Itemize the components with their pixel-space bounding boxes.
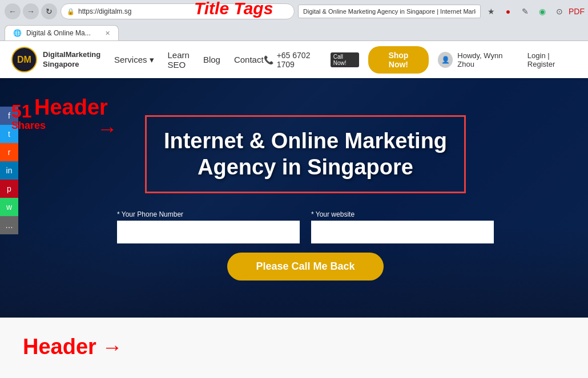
phone-area: 📞 +65 6702 1709 Call Now! [264, 51, 359, 69]
shop-now-button[interactable]: Shop Now! [368, 46, 429, 74]
site-navigation: DM DigitalMarketing Singapore Services ▾… [0, 41, 588, 78]
website-content: DM DigitalMarketing Singapore Services ▾… [0, 41, 588, 378]
nav-learn-seo[interactable]: Learn SEO [168, 50, 190, 70]
header-annotation-text: Header [34, 95, 108, 119]
refresh-button[interactable]: ↻ [41, 3, 57, 19]
nav-links: Services ▾ Learn SEO Blog Contact [114, 50, 264, 70]
logo-icon: DM [11, 47, 37, 72]
tab-label: Digital & Online Ma... [26, 29, 91, 37]
website-form-group: * Your website [311, 210, 494, 243]
annotation-arrow-2: → [102, 335, 123, 359]
whatsapp-share-button[interactable]: w [0, 198, 18, 216]
chevron-down-icon: ▾ [150, 55, 154, 65]
call-now-badge[interactable]: Call Now! [331, 52, 359, 67]
avatar: 👤 [438, 52, 453, 68]
back-button[interactable]: ← [5, 3, 21, 19]
header-annotation-2: Header → [23, 335, 123, 359]
website-input[interactable] [311, 221, 494, 243]
user-greeting: Howdy, Wynn Zhou [457, 51, 518, 68]
logo-area: DM DigitalMarketing Singapore [11, 47, 103, 72]
tab-close-button[interactable]: ✕ [105, 30, 110, 37]
phone-form-group: * Your Phone Number [117, 210, 300, 243]
phone-number-input[interactable] [117, 221, 300, 243]
hero-title: Internet & Online Marketing Agency in Si… [164, 128, 447, 180]
cta-button[interactable]: Please Call Me Back [227, 253, 383, 281]
title-tag-input[interactable] [298, 5, 481, 18]
user-area: 👤 Howdy, Wynn Zhou Login | Register [438, 51, 577, 68]
phone-input-label: * Your Phone Number [117, 210, 300, 218]
shield-icon[interactable]: ◉ [535, 5, 549, 18]
shares-label: Shares [11, 120, 46, 132]
shares-count: 51 [11, 101, 32, 122]
more-share-button[interactable]: … [0, 216, 18, 234]
website-input-label: * Your website [311, 210, 494, 218]
hero-section: f t r in p w … 51 Shares Header → Intern… [0, 78, 588, 318]
header-annotation-2-text: Header [23, 335, 96, 359]
hero-title-box: Internet & Online Marketing Agency in Si… [145, 115, 466, 193]
opera-icon[interactable]: ● [501, 5, 515, 18]
lock-icon: 🔒 [67, 8, 75, 15]
camera-icon[interactable]: ⊙ [553, 5, 566, 18]
pinterest-share-button[interactable]: p [0, 180, 18, 198]
reddit-share-button[interactable]: r [0, 143, 18, 161]
star-icon[interactable]: ★ [484, 5, 498, 18]
browser-tab[interactable]: 🌐 Digital & Online Ma... ✕ [5, 25, 119, 40]
nav-blog[interactable]: Blog [203, 55, 220, 64]
phone-number: +65 6702 1709 [277, 51, 327, 69]
nav-contact[interactable]: Contact [234, 55, 264, 64]
title-tag-annotation: Title Tags [194, 0, 273, 18]
tab-favicon: 🌐 [13, 29, 22, 37]
annotation-arrow: → [97, 117, 118, 141]
form-row: * Your Phone Number * Your website [117, 210, 494, 243]
hero-content: Internet & Online Marketing Agency in Si… [0, 92, 588, 303]
phone-icon: 📞 [264, 55, 273, 64]
nav-services[interactable]: Services ▾ [114, 55, 154, 65]
linkedin-share-button[interactable]: in [0, 161, 18, 180]
below-hero-section: Header → Digital marketing under one roo… [0, 318, 588, 378]
logo-text: DigitalMarketing Singapore [43, 50, 100, 70]
url-text: https://digitalm.sg [78, 7, 131, 15]
pdf-icon[interactable]: PDF [570, 5, 583, 18]
forward-button[interactable]: → [23, 3, 39, 19]
edit-icon[interactable]: ✎ [518, 5, 532, 18]
login-register-link[interactable]: Login | Register [527, 51, 577, 68]
